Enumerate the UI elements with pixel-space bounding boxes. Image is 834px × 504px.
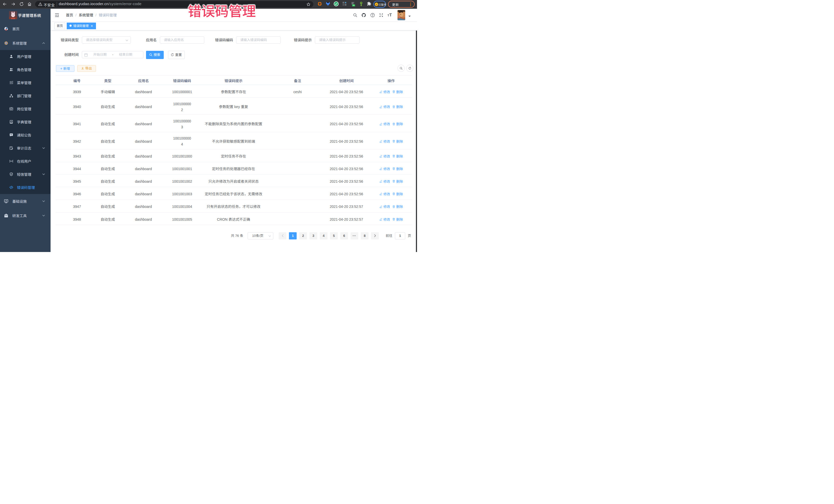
svg-text:on: on	[353, 4, 355, 6]
